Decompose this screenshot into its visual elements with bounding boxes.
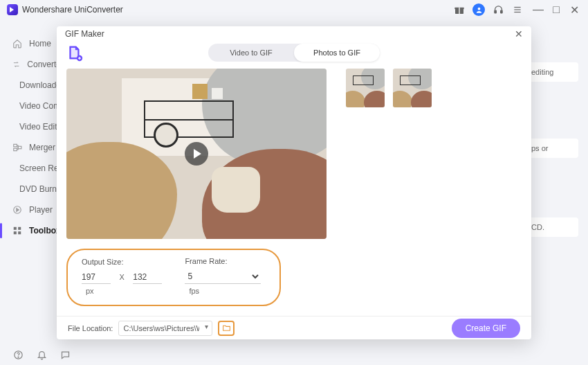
svg-rect-23 bbox=[18, 231, 21, 234]
size-unit-label: px bbox=[86, 287, 94, 295]
modal-close-button[interactable]: ✕ bbox=[515, 28, 523, 39]
play-button[interactable] bbox=[185, 142, 208, 166]
file-location-select[interactable]: C:\Users\ws\Pictures\Wondersh bbox=[118, 321, 212, 336]
modal-toolbar: Video to GIF Photos to GIF bbox=[57, 41, 531, 69]
bell-icon[interactable] bbox=[36, 349, 47, 360]
player-icon bbox=[12, 205, 22, 215]
svg-point-25 bbox=[18, 357, 19, 357]
converter-icon bbox=[12, 60, 20, 69]
thumbnail-strip bbox=[346, 69, 432, 239]
width-input[interactable] bbox=[82, 271, 111, 284]
frame-rate-label: Frame Rate: bbox=[185, 257, 266, 265]
sidebar-item-label: Home bbox=[29, 39, 51, 48]
dimension-separator: X bbox=[119, 273, 124, 281]
svg-rect-12 bbox=[14, 144, 17, 147]
bottombar bbox=[0, 344, 83, 365]
svg-rect-21 bbox=[18, 227, 21, 230]
gift-icon[interactable] bbox=[453, 3, 466, 16]
bg-card-snippet: CD. bbox=[527, 217, 578, 237]
frame-rate-select[interactable]: 5 bbox=[185, 269, 261, 284]
modal-footer: File Location: C:\Users\ws\Pictures\Wond… bbox=[57, 316, 531, 339]
window-maximize-button[interactable]: □ bbox=[549, 3, 563, 17]
hamburger-menu-icon[interactable] bbox=[511, 3, 524, 16]
modal-body bbox=[57, 69, 531, 239]
headset-icon[interactable] bbox=[492, 3, 504, 16]
browse-folder-button[interactable] bbox=[218, 321, 235, 336]
height-input[interactable] bbox=[133, 271, 162, 284]
frame-rate-field: Frame Rate: 5 fps bbox=[185, 257, 266, 296]
app-title: Wondershare UniConverter bbox=[7, 4, 123, 15]
svg-point-3 bbox=[477, 7, 480, 10]
bg-card-snippet: editing bbox=[527, 62, 578, 82]
window-minimize-button[interactable]: — bbox=[531, 3, 545, 17]
output-size-label: Output Size: bbox=[82, 258, 164, 266]
thumbnail-item[interactable] bbox=[346, 69, 385, 107]
window-close-button[interactable]: ✕ bbox=[567, 3, 581, 17]
sidebar-item-label: Player bbox=[29, 205, 53, 215]
svg-rect-4 bbox=[494, 10, 496, 13]
svg-rect-2 bbox=[459, 8, 459, 14]
svg-rect-14 bbox=[18, 146, 21, 149]
tab-video-to-gif[interactable]: Video to GIF bbox=[208, 44, 294, 62]
merger-icon bbox=[12, 143, 22, 152]
thumbnail-item[interactable] bbox=[393, 69, 432, 107]
feedback-icon[interactable] bbox=[59, 349, 71, 360]
help-icon[interactable] bbox=[12, 349, 24, 360]
toolbox-icon bbox=[12, 226, 22, 235]
app-logo-icon bbox=[7, 4, 18, 15]
titlebar: Wondershare UniConverter — □ ✕ bbox=[0, 0, 588, 19]
sidebar-item-label: Toolbox bbox=[29, 226, 61, 235]
svg-rect-22 bbox=[14, 231, 17, 234]
sidebar-item-label: Merger bbox=[29, 143, 55, 152]
modal-title: GIF Maker bbox=[65, 29, 104, 39]
home-icon bbox=[12, 39, 22, 48]
rate-unit-label: fps bbox=[189, 287, 199, 295]
svg-rect-20 bbox=[14, 227, 17, 230]
modal-header: GIF Maker ✕ bbox=[57, 26, 531, 41]
user-avatar-icon[interactable] bbox=[472, 3, 485, 16]
mode-segmented-control: Video to GIF Photos to GIF bbox=[208, 44, 380, 62]
file-location-label: File Location: bbox=[68, 324, 113, 332]
gif-maker-modal: GIF Maker ✕ Video to GIF Photos to GIF O… bbox=[57, 26, 531, 339]
output-size-field: Output Size: X px bbox=[82, 258, 164, 296]
create-gif-button[interactable]: Create GIF bbox=[452, 319, 520, 338]
tab-photos-to-gif[interactable]: Photos to GIF bbox=[294, 44, 380, 62]
output-settings-panel: Output Size: X px Frame Rate: 5 fps bbox=[66, 249, 281, 306]
bg-card-snippet: ps or bbox=[527, 139, 578, 158]
svg-rect-13 bbox=[14, 148, 17, 151]
app-title-text: Wondershare UniConverter bbox=[22, 5, 123, 15]
preview-image bbox=[66, 69, 327, 239]
svg-rect-5 bbox=[500, 10, 502, 13]
add-photos-button[interactable] bbox=[66, 45, 82, 60]
